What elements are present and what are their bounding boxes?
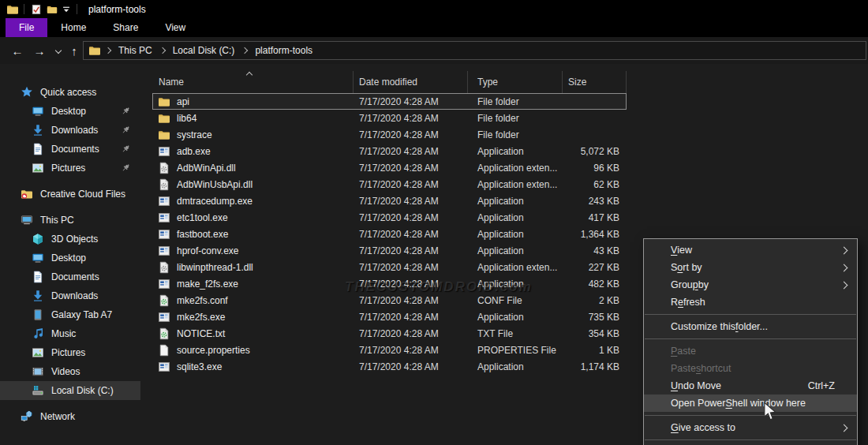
menu-item-give-access-to[interactable]: Give access to: [644, 419, 857, 436]
new-folder-icon[interactable]: [47, 4, 58, 15]
file-type-cell: File folder: [468, 96, 563, 107]
file-size-cell: 43 KB: [563, 245, 627, 256]
file-name-cell: AdbWinApi.dll: [152, 162, 354, 174]
sidebar-item-downloads[interactable]: Downloads: [0, 121, 140, 140]
table-row[interactable]: mke2fs.exe7/17/2020 4:28 AMApplication73…: [152, 309, 627, 325]
videos-icon: [32, 365, 44, 378]
sidebar-item-label: Videos: [51, 366, 80, 377]
table-row[interactable]: systrace7/17/2020 4:28 AMFile folder: [152, 126, 627, 143]
table-row[interactable]: AdbWinUsbApi.dll7/17/2020 4:28 AMApplica…: [152, 176, 627, 193]
sidebar-item-3d-objects[interactable]: 3D Objects: [0, 230, 140, 249]
file-name-cell: etc1tool.exe: [152, 211, 354, 224]
table-row[interactable]: fastboot.exe7/17/2020 4:28 AMApplication…: [152, 226, 627, 242]
sidebar-item-documents[interactable]: Documents: [0, 267, 140, 286]
menu-item-refresh[interactable]: Refresh: [644, 294, 857, 311]
table-row[interactable]: api7/17/2020 4:28 AMFile folder: [152, 93, 627, 110]
sidebar-item-local-disk-c[interactable]: Local Disk (C:): [0, 381, 140, 400]
menu-label-accel: p: [693, 279, 698, 290]
table-row[interactable]: dmtracedump.exe7/17/2020 4:28 AMApplicat…: [152, 193, 627, 209]
file-name-cell: libwinpthread-1.dll: [152, 261, 354, 274]
breadcrumb-segment-local-disk-c[interactable]: Local Disk (C:): [166, 45, 242, 56]
txt-icon: [158, 327, 170, 340]
file-date-cell: 7/17/2020 4:28 AM: [354, 113, 468, 124]
menu-item-sort-by[interactable]: Sort by: [644, 259, 857, 276]
breadcrumb-chevron-icon[interactable]: [159, 47, 165, 54]
address-bar: ← → ↑ This PCLocal Disk (C:)platform-too…: [0, 37, 868, 64]
file-type-cell: Application exten...: [468, 262, 563, 273]
file-name: sqlite3.exe: [177, 361, 222, 372]
sidebar-item-desktop[interactable]: Desktop: [0, 249, 140, 267]
breadcrumb-segments: This PCLocal Disk (C:)platform-tools: [111, 45, 320, 56]
sidebar-item-desktop[interactable]: Desktop: [0, 102, 140, 121]
context-menu: ViewSort byGroup byRefreshCustomize this…: [643, 238, 858, 445]
menu-label-accel: G: [671, 422, 679, 433]
breadcrumb-segment-this-pc[interactable]: This PC: [111, 45, 159, 56]
table-row[interactable]: adb.exe7/17/2020 4:28 AMApplication5,072…: [152, 143, 627, 159]
sidebar-item-pictures[interactable]: Pictures: [0, 343, 140, 362]
toolbar-separator: [24, 4, 24, 14]
menu-item-group-by[interactable]: Group by: [644, 276, 857, 294]
menu-item-paste: Paste: [644, 342, 857, 360]
drive-icon: [32, 384, 44, 397]
column-header-size[interactable]: Size: [563, 71, 627, 93]
menu-separator: [645, 314, 856, 315]
window-folder-icon[interactable]: [6, 3, 19, 16]
table-row[interactable]: lib647/17/2020 4:28 AMFile folder: [152, 110, 627, 126]
sidebar-item-this-pc[interactable]: This PC: [0, 211, 140, 230]
table-row[interactable]: NOTICE.txt7/17/2020 4:28 AMTXT File354 K…: [152, 325, 627, 342]
tab-file[interactable]: File: [6, 18, 47, 37]
dll-icon: [158, 178, 170, 191]
sidebar-item-galaxy-tab-a7[interactable]: Galaxy Tab A7: [0, 305, 140, 324]
table-row[interactable]: hprof-conv.exe7/17/2020 4:28 AMApplicati…: [152, 242, 627, 259]
sidebar-item-creative-cloud-files[interactable]: Creative Cloud Files: [0, 185, 140, 204]
properties-check-icon[interactable]: [31, 4, 42, 15]
sidebar-item-music[interactable]: Music: [0, 324, 140, 343]
sidebar-item-documents[interactable]: Documents: [0, 140, 140, 159]
file-type-cell: Application exten...: [468, 163, 563, 174]
file-name: make_f2fs.exe: [177, 279, 238, 290]
table-row[interactable]: AdbWinApi.dll7/17/2020 4:28 AMApplicatio…: [152, 159, 627, 176]
forward-button[interactable]: →: [30, 41, 49, 60]
tab-share[interactable]: Share: [99, 18, 152, 37]
file-name-cell: api: [152, 95, 354, 108]
menu-label-pre: R: [671, 297, 678, 308]
breadcrumb-segment-platform-tools[interactable]: platform-tools: [248, 45, 320, 56]
sidebar-item-downloads[interactable]: Downloads: [0, 286, 140, 305]
table-row[interactable]: mke2fs.conf7/17/2020 4:28 AMCONF File2 K…: [152, 292, 627, 309]
breadcrumb-chevron-icon[interactable]: [241, 47, 248, 54]
up-button[interactable]: ↑: [65, 41, 84, 60]
column-header-name[interactable]: Name: [152, 71, 354, 93]
sidebar-item-videos[interactable]: Videos: [0, 362, 140, 381]
menu-item-undo-move[interactable]: Undo MoveCtrl+Z: [644, 377, 857, 395]
menu-item-customize-this-folder[interactable]: Customize this folder...: [644, 318, 857, 335]
breadcrumb-chevron-icon[interactable]: [105, 47, 111, 54]
file-date-cell: 7/17/2020 4:28 AM: [354, 345, 468, 356]
table-row[interactable]: sqlite3.exe7/17/2020 4:28 AMApplication1…: [152, 358, 627, 375]
menu-label-post: rt by: [683, 262, 702, 273]
menu-item-view[interactable]: View: [644, 241, 857, 259]
file-date-cell: 7/17/2020 4:28 AM: [354, 312, 468, 323]
menu-label-accel: P: [671, 346, 677, 357]
sidebar-item-label: Downloads: [51, 290, 98, 301]
table-row[interactable]: source.properties7/17/2020 4:28 AMPROPER…: [152, 342, 627, 358]
back-button[interactable]: ←: [8, 41, 27, 60]
menu-item-open-powershell-window-here[interactable]: Open PowerShell window here: [644, 395, 857, 412]
column-header-type[interactable]: Type: [468, 71, 563, 93]
sidebar-item-quick-access[interactable]: Quick access: [0, 83, 140, 102]
column-header-date-modified[interactable]: Date modified: [354, 71, 468, 93]
menu-label-post: iew: [677, 245, 692, 256]
sidebar-item-pictures[interactable]: Pictures: [0, 159, 140, 178]
table-row[interactable]: etc1tool.exe7/17/2020 4:28 AMApplication…: [152, 209, 627, 226]
tab-view[interactable]: View: [152, 18, 199, 37]
table-row[interactable]: make_f2fs.exe7/17/2020 4:28 AMApplicatio…: [152, 275, 627, 292]
sidebar-item-label: Documents: [51, 144, 99, 155]
sidebar-item-label: Documents: [51, 271, 99, 282]
breadcrumb[interactable]: This PCLocal Disk (C:)platform-tools: [83, 41, 866, 60]
table-row[interactable]: libwinpthread-1.dll7/17/2020 4:28 AMAppl…: [152, 259, 627, 275]
sidebar-item-network[interactable]: Network: [0, 407, 140, 426]
customize-toolbar-icon[interactable]: [61, 4, 72, 15]
file-type-cell: CONF File: [468, 295, 563, 306]
file-date-cell: 7/17/2020 4:28 AM: [354, 196, 468, 207]
file-name-cell: make_f2fs.exe: [152, 278, 354, 290]
tab-home[interactable]: Home: [47, 18, 99, 37]
